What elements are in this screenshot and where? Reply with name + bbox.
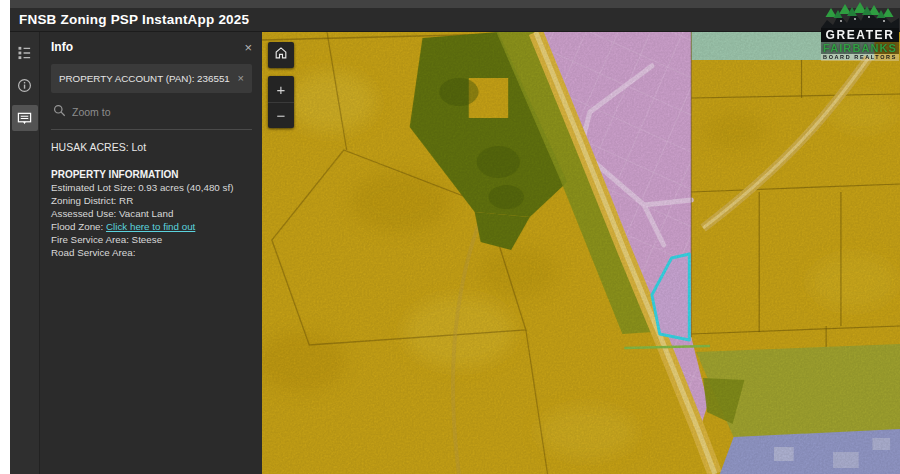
property-fields: Estimated Lot Size: 0.93 acres (40,480 s… <box>51 181 252 259</box>
property-field-row: Assessed Use: Vacant Land <box>51 207 252 220</box>
sidebar-item-legend[interactable] <box>12 39 38 65</box>
feature-title: HUSAK ACRES: Lot <box>51 141 252 153</box>
realtor-logo: GREATER FAIRBANKS BOARD REALTORS <box>821 1 899 61</box>
property-field-label: Fire Service Area: <box>51 234 132 245</box>
logo-trees-houses-icon <box>821 1 899 28</box>
property-field-row: Fire Service Area: Steese <box>51 233 252 246</box>
property-field-row: Zoning District: RR <box>51 194 252 207</box>
home-button[interactable] <box>268 42 294 68</box>
property-field-label: Flood Zone: <box>51 221 106 232</box>
property-field-label: Assessed Use: <box>51 208 119 219</box>
property-field-row: Flood Zone: Click here to find out <box>51 220 252 233</box>
panel-close-icon[interactable]: × <box>244 41 252 54</box>
property-field-row: Estimated Lot Size: 0.93 acres (40,480 s… <box>51 181 252 194</box>
zoom-to-input[interactable] <box>72 106 250 118</box>
zoning-map[interactable] <box>262 32 900 474</box>
property-section-title: PROPERTY INFORMATION <box>51 168 252 181</box>
property-field-label: Zoning District: <box>51 195 119 206</box>
property-account-chip: PROPERTY ACCOUNT (PAN): 236551 × <box>51 64 252 93</box>
property-field-label: Estimated Lot Size: <box>51 182 138 193</box>
property-field-value: Vacant Land <box>119 208 173 219</box>
info-icon <box>17 78 32 93</box>
popup-icon <box>17 111 32 126</box>
zoom-in-button[interactable]: + <box>268 76 294 102</box>
logo-text-fairbanks: FAIRBANKS <box>821 42 899 54</box>
logo-text-greater: GREATER <box>821 28 899 42</box>
chip-close-icon[interactable]: × <box>238 72 244 85</box>
zoom-controls: + − <box>268 76 294 128</box>
flood-zone-link[interactable]: Click here to find out <box>106 221 195 232</box>
tool-sidebar <box>10 32 40 474</box>
app-window: FNSB Zoning PSP InstantApp 2025 <box>0 0 900 474</box>
app-header: FNSB Zoning PSP InstantApp 2025 <box>10 8 900 32</box>
property-account-label: PROPERTY ACCOUNT (PAN): 236551 <box>59 73 230 84</box>
property-field-value: Steese <box>132 234 163 245</box>
sidebar-item-info[interactable] <box>12 72 38 98</box>
property-field-row: Road Service Area: <box>51 246 252 259</box>
home-icon <box>274 46 288 64</box>
app-title: FNSB Zoning PSP InstantApp 2025 <box>19 12 249 27</box>
logo-text-board: BOARD REALTORS <box>821 54 899 61</box>
legend-icon <box>17 45 32 60</box>
info-panel: Info × PROPERTY ACCOUNT (PAN): 236551 × … <box>41 32 262 474</box>
imagery-noise-overlay <box>262 32 900 474</box>
zoom-to-search <box>51 93 252 130</box>
search-icon <box>53 103 66 121</box>
window-top-strip <box>10 0 900 8</box>
info-panel-header: Info × <box>51 40 252 54</box>
zoom-out-button[interactable]: − <box>268 102 294 128</box>
map-canvas[interactable]: + − <box>262 32 900 474</box>
property-information: PROPERTY INFORMATION Estimated Lot Size:… <box>51 168 252 259</box>
app-container: FNSB Zoning PSP InstantApp 2025 <box>10 0 900 474</box>
property-field-label: Road Service Area: <box>51 247 135 258</box>
panel-title: Info <box>51 40 73 54</box>
property-field-value: RR <box>119 195 133 206</box>
property-field-value: 0.93 acres (40,480 sf) <box>138 182 233 193</box>
sidebar-item-popup[interactable] <box>12 105 38 131</box>
